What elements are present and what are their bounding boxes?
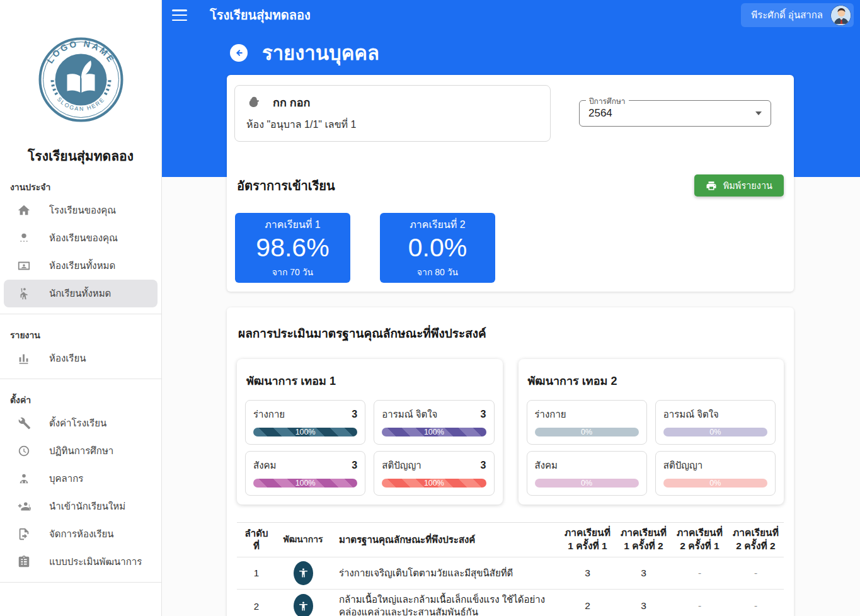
- sidebar-item-0-2[interactable]: ห้องเรียนทั้งหมด: [4, 252, 158, 280]
- sidebar-section-label: งานประจำ: [0, 175, 161, 197]
- metric-label: สติปัญญา: [663, 458, 702, 473]
- sidebar-item-2-0[interactable]: ตั้งค่าโรงเรียน: [4, 409, 158, 437]
- year-select[interactable]: ปีการศึกษา 2564: [579, 100, 771, 127]
- sidebar-section: ตั้งค่า ตั้งค่าโรงเรียน ปฏิทินการศึกษา บ…: [0, 379, 161, 583]
- sidebar-item-2-1[interactable]: ปฏิทินการศึกษา: [4, 437, 158, 465]
- print-report-label: พิมพ์รายงาน: [723, 178, 772, 193]
- score-t2-1: -: [672, 596, 728, 615]
- clock-icon: [16, 443, 32, 459]
- student-info-box: กก กอก ห้อง "อนุบาล 1/1" เลขที่ 1: [234, 85, 551, 142]
- sidebar-item-1-0[interactable]: ห้องเรียน: [4, 345, 158, 372]
- sidebar-item-label: ตั้งค่าโรงเรียน: [49, 416, 106, 431]
- clipboard-icon: [16, 554, 32, 569]
- person-icon: [294, 561, 313, 585]
- sidebar-item-2-4[interactable]: จัดการห้องเรียน: [4, 520, 158, 548]
- print-report-button[interactable]: พิมพ์รายงาน: [694, 174, 784, 197]
- metric-card: ร่างกาย 0%: [527, 400, 647, 445]
- home-icon: [16, 203, 32, 218]
- table-header-4: ภาคเรียนที่ 1 ครั้งที่ 2: [616, 523, 672, 557]
- classroom-icon: [16, 258, 32, 273]
- progress-percent-label: 0%: [581, 428, 592, 436]
- progress-bar: 100%: [382, 479, 486, 488]
- table-header-1: พัฒนาการ: [276, 530, 330, 549]
- progress-percent-label: 100%: [424, 428, 444, 436]
- section-items: ตั้งค่าโรงเรียน ปฏิทินการศึกษา บุคลากร น…: [0, 409, 161, 576]
- attendance-card: กก กอก ห้อง "อนุบาล 1/1" เลขที่ 1 ปีการศ…: [227, 75, 794, 292]
- sidebar-item-0-3[interactable]: นักเรียนทั้งหมด: [4, 280, 158, 307]
- metric-card: สังคม 3 100%: [245, 451, 365, 496]
- score-t1-2: 3: [616, 564, 672, 583]
- sidebar-section-label: ตั้งค่า: [0, 388, 161, 409]
- divider: [0, 582, 161, 583]
- metric-label: สังคม: [535, 458, 558, 473]
- year-select-value: 2564: [588, 107, 612, 120]
- term-card: พัฒนาการ เทอม 2 ร่างกาย 0% อารมณ์ จิตใจ …: [519, 359, 784, 505]
- progress-percent-label: 0%: [709, 479, 721, 488]
- metric-value: 3: [352, 460, 357, 471]
- table-header-6: ภาคเรียนที่ 2 ครั้งที่ 2: [728, 523, 784, 557]
- main-area: โรงเรียนสุ่มทดลอง พีระศักดิ์ อุ่นสากล: [162, 0, 860, 616]
- term-cards: พัฒนาการ เทอม 1 ร่างกาย 3 100% อารมณ์ จิ…: [237, 359, 784, 505]
- file-move-icon: [16, 527, 32, 542]
- sidebar-item-label: ห้องเรียนของคุณ: [49, 231, 118, 246]
- metric-card: สติปัญญา 3 100%: [374, 451, 494, 496]
- term-card-title: พัฒนาการ เทอม 2: [528, 372, 775, 390]
- user-name: พีระศักดิ์ อุ่นสากล: [751, 8, 823, 23]
- sidebar-sections: งานประจำ โรงเรียนของคุณ ห้องเรียนของคุณ …: [0, 166, 161, 583]
- sidebar-item-2-2[interactable]: บุคลากร: [4, 465, 158, 493]
- bar-chart-icon: [16, 351, 32, 366]
- score-t2-2: -: [728, 596, 784, 615]
- back-button[interactable]: [230, 44, 248, 62]
- metric-label: ร่างกาย: [253, 407, 285, 422]
- sidebar-item-2-3[interactable]: นำเข้านักเรียนใหม่: [4, 493, 158, 520]
- stat-days: จาก 70 วัน: [272, 265, 313, 279]
- sidebar-item-label: นักเรียนทั้งหมด: [49, 286, 111, 301]
- people-icon: [16, 471, 32, 486]
- metric-card: สติปัญญา 0%: [655, 451, 776, 496]
- user-avatar-icon: [830, 5, 851, 26]
- assessment-heading: ผลการประเมินมาตรฐานคุณลักษณะที่พึงประสงค…: [237, 324, 784, 343]
- progress-bar: 0%: [663, 428, 767, 436]
- progress-bar: 100%: [382, 428, 486, 436]
- printer-icon: [706, 180, 717, 191]
- score-t1-2: 3: [616, 596, 672, 615]
- table-header-0: ลำดับ ที่: [237, 523, 276, 557]
- sidebar-item-0-0[interactable]: โรงเรียนของคุณ: [4, 197, 158, 224]
- topbar: โรงเรียนสุ่มทดลอง พีระศักดิ์ อุ่นสากล: [162, 0, 860, 30]
- sidebar-item-0-1[interactable]: ห้องเรียนของคุณ: [4, 224, 158, 252]
- sidebar-item-label: ห้องเรียนทั้งหมด: [49, 258, 115, 273]
- metric-label: อารมณ์ จิตใจ: [663, 407, 719, 422]
- table-header-2: มาตรฐานคุณลักษณะที่พึงประสงค์: [330, 530, 559, 550]
- metric-card: สังคม 0%: [527, 451, 647, 496]
- duck-icon: [248, 94, 264, 111]
- student-detail: ห้อง "อนุบาล 1/1" เลขที่ 1: [246, 117, 544, 132]
- stat-percent: 0.0%: [408, 234, 467, 262]
- sidebar-item-2-5[interactable]: แบบประเมินพัฒนาการ: [4, 548, 158, 576]
- page-content: รายงานบุคคล กก กอก: [162, 38, 860, 616]
- user-menu[interactable]: พีระศักดิ์ อุ่นสากล: [741, 3, 854, 27]
- row-number: 1: [237, 564, 276, 582]
- topbar-title: โรงเรียนสุ่มทดลอง: [210, 5, 311, 25]
- sidebar-school-name: โรงเรียนสุ่มทดลอง: [0, 145, 161, 166]
- chevron-down-icon: [755, 111, 762, 115]
- app-root: LOGO NAME SLOGAN HERE โรงเรียนสุ่มทดลอง …: [0, 0, 860, 616]
- metric-grid: ร่างกาย 0% อารมณ์ จิตใจ 0% สังคม 0% สติป…: [527, 400, 776, 496]
- attendance-stats: ภาคเรียนที่ 1 98.6% จาก 70 วัน ภาคเรียนท…: [234, 213, 786, 284]
- menu-icon[interactable]: [172, 9, 187, 21]
- sidebar-item-label: บุคลากร: [49, 471, 83, 486]
- sidebar-item-label: ปฏิทินการศึกษา: [49, 443, 113, 459]
- stat-percent: 98.6%: [256, 234, 329, 262]
- sidebar-item-label: จัดการห้องเรียน: [49, 527, 114, 542]
- metric-grid: ร่างกาย 3 100% อารมณ์ จิตใจ 3 100% สังคม…: [245, 400, 495, 496]
- metric-value: 3: [481, 460, 486, 471]
- progress-bar: 100%: [253, 479, 357, 488]
- score-t2-2: -: [728, 564, 784, 583]
- sidebar-item-label: นำเข้านักเรียนใหม่: [49, 499, 125, 514]
- progress-percent-label: 0%: [581, 479, 592, 488]
- table-header-3: ภาคเรียนที่ 1 ครั้งที่ 1: [559, 523, 616, 557]
- assessment-table: ลำดับ ที่พัฒนาการมาตรฐานคุณลักษณะที่พึงป…: [237, 522, 784, 616]
- term-card-title: พัฒนาการ เทอม 1: [246, 372, 493, 390]
- metric-label: ร่างกาย: [535, 407, 566, 422]
- metric-label: อารมณ์ จิตใจ: [382, 407, 437, 422]
- attendance-stat-card: ภาคเรียนที่ 2 0.0% จาก 80 วัน: [380, 213, 495, 283]
